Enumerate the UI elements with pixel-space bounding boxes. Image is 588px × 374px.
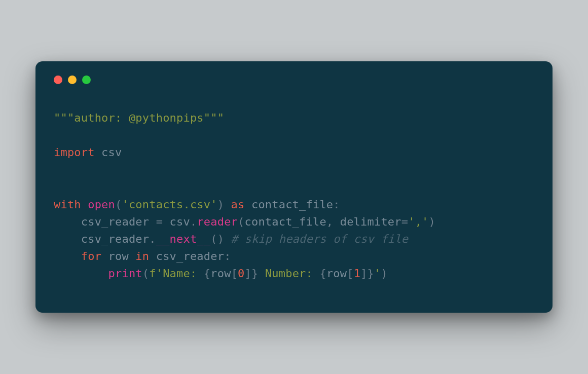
brace-close: } — [368, 267, 374, 280]
minimize-icon[interactable] — [68, 76, 77, 84]
empty-call: () — [210, 233, 224, 245]
string-quote: ' — [374, 267, 381, 280]
dot: . — [190, 215, 197, 228]
code-block: """author: @pythonpips""" import csv wit… — [54, 109, 534, 282]
string-quote: ' — [156, 267, 163, 280]
paren-close: ) — [217, 198, 224, 211]
keyword-for: for — [81, 250, 101, 263]
string-comma: ',' — [408, 215, 428, 228]
param-delimiter: delimiter — [340, 215, 401, 228]
row-ref: row — [210, 267, 231, 280]
colon: : — [224, 250, 231, 263]
builtin-print: print — [108, 267, 142, 280]
builtin-open: open — [88, 198, 115, 211]
bracket-close: ] — [245, 267, 251, 280]
var-csv-reader: csv_reader — [81, 233, 149, 245]
var-csv-reader: csv_reader — [81, 215, 149, 228]
traffic-lights — [54, 76, 534, 84]
code-window: """author: @pythonpips""" import csv wit… — [35, 61, 553, 313]
attr-next: __next__ — [156, 233, 211, 245]
arg-contact-file: contact_file — [245, 215, 326, 228]
module-csv: csv — [95, 146, 122, 159]
indent — [54, 233, 81, 245]
comma: , — [326, 215, 340, 228]
op-eq: = — [401, 215, 408, 228]
paren-close: ) — [429, 215, 435, 228]
keyword-import: import — [54, 146, 95, 159]
row-ref: row — [326, 267, 347, 280]
number-1: 1 — [354, 267, 360, 280]
bracket-open: [ — [347, 267, 353, 280]
indent — [54, 250, 81, 263]
var-row: row — [101, 250, 135, 263]
bracket-open: [ — [231, 267, 238, 280]
bracket-close: ] — [360, 267, 367, 280]
close-icon[interactable] — [54, 76, 62, 84]
var-contact-file: contact_file — [245, 198, 334, 211]
op-eq: = — [149, 215, 169, 228]
dot: . — [149, 233, 156, 245]
indent — [54, 267, 108, 280]
comment-skip-headers: # skip headers of csv file — [224, 233, 408, 245]
fstring-name: Name: — [163, 267, 204, 280]
string-contacts: 'contacts.csv' — [122, 198, 217, 211]
csv-ref: csv — [170, 215, 190, 228]
var-csv-reader: csv_reader — [149, 250, 224, 263]
keyword-with: with — [54, 198, 81, 211]
paren-open: ( — [115, 198, 122, 211]
docstring-close: """ — [204, 111, 224, 124]
paren-open: ( — [142, 267, 149, 280]
indent — [54, 215, 81, 228]
paren-close: ) — [381, 267, 388, 280]
attr-reader: reader — [197, 215, 238, 228]
keyword-as: as — [231, 198, 245, 211]
space — [224, 198, 231, 211]
docstring-text: author: @pythonpips — [74, 111, 203, 124]
colon: : — [333, 198, 340, 211]
fstring-number: Number: — [258, 267, 319, 280]
fstring-prefix: f — [149, 267, 156, 280]
brace-close: } — [251, 267, 258, 280]
brace-open: { — [204, 267, 210, 280]
maximize-icon[interactable] — [82, 76, 91, 84]
number-0: 0 — [238, 267, 244, 280]
keyword-in: in — [135, 250, 149, 263]
space — [81, 198, 88, 211]
docstring-open: """ — [54, 111, 74, 124]
brace-open: { — [319, 267, 326, 280]
paren-open: ( — [238, 215, 244, 228]
